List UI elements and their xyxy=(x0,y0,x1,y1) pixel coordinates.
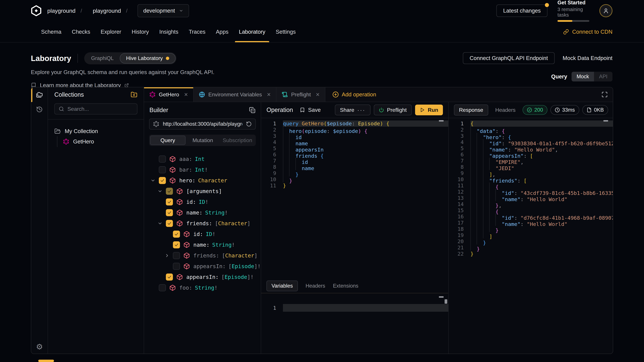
code-line-8[interactable]: 8"JEDI" xyxy=(448,164,613,170)
code-line-7[interactable]: 7"EMPIRE", xyxy=(448,158,613,164)
toggle-api[interactable]: API xyxy=(594,72,612,81)
nav-tab-insights[interactable]: Insights xyxy=(154,21,184,42)
code-line-10[interactable]: 10} xyxy=(261,176,448,183)
field-checkbox[interactable] xyxy=(166,188,173,195)
code-line-5[interactable]: 5"name": "Hello World", xyxy=(448,145,613,151)
code-line-5[interactable]: 5appearsIn xyxy=(261,145,448,151)
operation-type-subscription[interactable]: Subscription xyxy=(220,136,255,145)
close-icon[interactable]: × xyxy=(184,91,188,98)
code-line-6[interactable]: 6"appearsIn": [ xyxy=(448,151,613,158)
nav-tab-explorer[interactable]: Explorer xyxy=(96,21,126,42)
nav-tab-apps[interactable]: Apps xyxy=(211,21,234,42)
close-icon[interactable]: × xyxy=(316,91,320,98)
endpoint-url-input[interactable]: http://localhost:3000/api/lab/playground xyxy=(149,118,256,130)
field-checkbox[interactable] xyxy=(166,198,173,205)
workspace-tab-environment-variables[interactable]: Environment Variables× xyxy=(194,87,276,102)
tree-field-friends[interactable]: friends:[Character] xyxy=(144,218,261,229)
tree-field-appearsIn[interactable]: appearsIn:[Episode]! xyxy=(144,261,261,272)
variables-tab-headers[interactable]: Headers xyxy=(306,283,325,289)
tree-field-id[interactable]: id:ID! xyxy=(144,229,261,240)
toggle-graphiql[interactable]: GraphiQL xyxy=(85,53,120,63)
code-line-1[interactable]: 1 xyxy=(261,304,448,312)
collapse-editor-handle[interactable] xyxy=(439,120,444,121)
query-editor[interactable]: 1query GetHero($episode: Episode) {2hero… xyxy=(261,118,448,279)
close-icon[interactable]: × xyxy=(267,91,271,98)
settings-gear-button[interactable]: ⚙ xyxy=(36,342,43,351)
toggle-hive-laboratory[interactable]: Hive Laboratory xyxy=(120,53,176,63)
code-line-3[interactable]: 3"hero": { xyxy=(448,133,613,139)
code-line-18[interactable]: 18} xyxy=(448,226,613,232)
code-line-1[interactable]: 1{ xyxy=(448,120,613,127)
field-checkbox[interactable] xyxy=(173,263,180,270)
fullscreen-button[interactable] xyxy=(602,91,608,98)
run-button[interactable]: Run xyxy=(415,105,443,115)
operation-type-query[interactable]: Query xyxy=(150,136,186,145)
tree-field-foo[interactable]: foo:String! xyxy=(144,282,261,293)
field-checkbox[interactable] xyxy=(159,177,166,184)
operation-type-mutation[interactable]: Mutation xyxy=(186,136,220,145)
code-line-22[interactable]: 22} xyxy=(448,251,613,257)
field-checkbox[interactable] xyxy=(159,156,166,163)
code-line-14[interactable]: 14}, xyxy=(448,201,613,207)
code-line-11[interactable]: 11} xyxy=(261,183,448,189)
collection-operation-gethero[interactable]: GetHero xyxy=(63,136,137,147)
search-input[interactable]: Search... xyxy=(54,103,137,114)
code-line-11[interactable]: 11{ xyxy=(448,183,613,189)
variables-tab-variables[interactable]: Variables xyxy=(266,281,298,291)
collapse-builder-button[interactable] xyxy=(249,107,256,113)
connect-to-cdn-link[interactable]: Connect to CDN xyxy=(563,29,612,35)
code-line-15[interactable]: 15{ xyxy=(448,207,613,214)
get-started-widget[interactable]: Get Started 3 remaining tasks xyxy=(558,0,589,22)
breadcrumb-org[interactable]: playground xyxy=(47,7,76,14)
code-line-4[interactable]: 4"id": "93038304-01a1-4f5f-b620-d6f9be51… xyxy=(448,139,613,145)
code-line-2[interactable]: 2hero(episode: $episode) { xyxy=(261,127,448,133)
refresh-icon[interactable] xyxy=(246,121,252,127)
chevron-down-icon[interactable] xyxy=(150,178,156,183)
save-button[interactable]: Save xyxy=(300,107,321,113)
tree-field-bar[interactable]: bar:Int! xyxy=(144,164,261,175)
collection-folder[interactable]: My Collection xyxy=(54,126,137,136)
code-line-6[interactable]: 6friends { xyxy=(261,151,448,158)
environment-selector[interactable]: development xyxy=(138,4,189,17)
page-scrollbar-thumb[interactable] xyxy=(38,360,54,362)
tree-field-name[interactable]: name:String! xyxy=(144,207,261,218)
field-checkbox[interactable] xyxy=(159,284,166,291)
code-line-13[interactable]: 13"name": "Hello World" xyxy=(448,195,613,201)
field-checkbox[interactable] xyxy=(166,274,173,281)
code-line-7[interactable]: 7id xyxy=(261,158,448,164)
code-line-9[interactable]: 9], xyxy=(448,170,613,176)
code-line-9[interactable]: 9} xyxy=(261,170,448,176)
tree-field-appearsIn[interactable]: appearsIn:[Episode]! xyxy=(144,272,261,282)
code-line-19[interactable]: 19] xyxy=(448,232,613,238)
breadcrumb-project[interactable]: playground xyxy=(93,7,121,14)
tree-field-friends[interactable]: friends:[Character] xyxy=(144,250,261,261)
user-avatar[interactable] xyxy=(600,4,612,17)
chevron-down-icon[interactable] xyxy=(158,189,162,194)
add-collection-button[interactable] xyxy=(131,91,137,98)
tree-field-hero[interactable]: hero:Character xyxy=(144,175,261,186)
history-rail-button[interactable] xyxy=(31,102,48,117)
tree-field-aaa[interactable]: aaa:Int xyxy=(144,154,261,164)
code-line-10[interactable]: 10"friends": [ xyxy=(448,176,613,183)
field-checkbox[interactable] xyxy=(173,231,180,238)
field-checkbox[interactable] xyxy=(173,252,180,259)
variables-tab-extensions[interactable]: Extensions xyxy=(333,283,358,289)
workspace-tab-gethero[interactable]: GetHero× xyxy=(144,87,194,102)
toggle-mock[interactable]: Mock xyxy=(572,72,594,81)
add-operation-button[interactable]: Add operation xyxy=(325,87,384,102)
share-button[interactable]: Share ··· xyxy=(335,105,370,115)
code-line-20[interactable]: 20} xyxy=(448,238,613,245)
code-line-3[interactable]: 3id xyxy=(261,133,448,139)
collections-rail-button[interactable] xyxy=(31,87,48,102)
nav-tab-history[interactable]: History xyxy=(126,21,154,42)
code-line-8[interactable]: 8name xyxy=(261,164,448,170)
code-line-21[interactable]: 21} xyxy=(448,245,613,251)
nav-tab-laboratory[interactable]: Laboratory xyxy=(234,21,270,42)
code-line-2[interactable]: 2"data": { xyxy=(448,127,613,133)
nav-tab-checks[interactable]: Checks xyxy=(66,21,96,42)
tree-field-name[interactable]: name:String! xyxy=(144,240,261,250)
code-line-4[interactable]: 4name xyxy=(261,139,448,145)
nav-tab-traces[interactable]: Traces xyxy=(184,21,211,42)
collapse-editor-handle[interactable] xyxy=(604,120,608,121)
preflight-button[interactable]: Preflight xyxy=(374,105,412,115)
